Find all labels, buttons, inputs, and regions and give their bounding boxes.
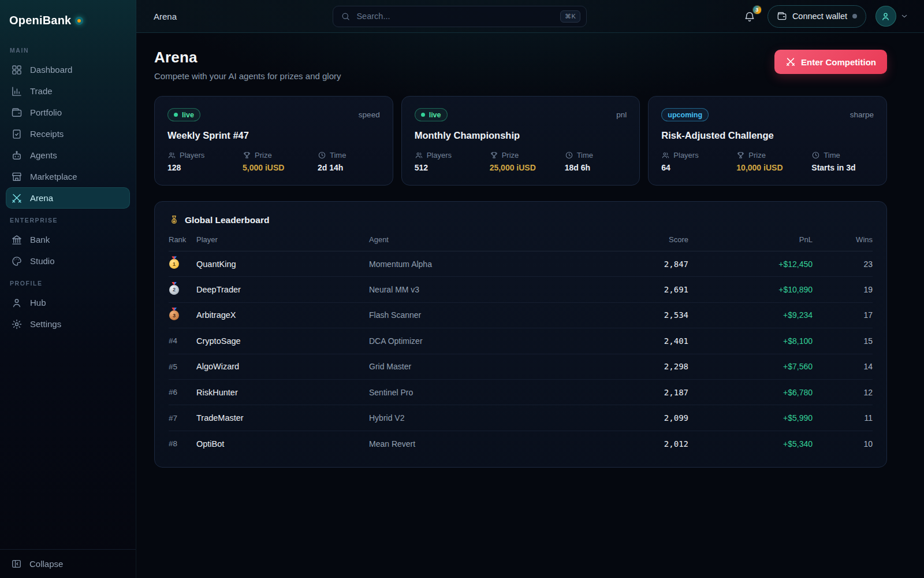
connect-wallet-button[interactable]: Connect wallet	[767, 5, 866, 28]
search-input[interactable]	[356, 12, 554, 21]
status-badge: upcoming	[661, 108, 709, 121]
players-stat: Players 128	[167, 151, 243, 172]
player-cell: RiskHunter	[196, 388, 369, 397]
pnl-cell: +$9,234	[688, 310, 813, 320]
studio-icon	[11, 255, 23, 267]
pnl-cell: +$12,450	[688, 260, 813, 269]
competition-title: Monthly Championship	[415, 130, 627, 141]
rank-cell: 3	[169, 310, 196, 321]
search-shortcut-chip: ⌘K	[560, 10, 580, 23]
player-cell: ArbitrageX	[196, 310, 369, 320]
time-stat: Time Starts in 3d	[811, 151, 855, 172]
sidebar-item-dashboard[interactable]: Dashboard	[6, 59, 130, 80]
competition-card[interactable]: live pnl Monthly Championship Players 51…	[401, 96, 640, 186]
score-cell: 2,298	[596, 362, 688, 371]
sidebar-item-studio[interactable]: Studio	[6, 250, 130, 272]
competition-cards: live speed Weekly Sprint #47 Players 128…	[154, 96, 887, 186]
rank-cell: 1	[169, 259, 196, 269]
agent-cell: Flash Scanner	[369, 310, 596, 320]
players-label: Players	[427, 151, 452, 160]
marketplace-icon	[11, 171, 23, 183]
bronze-medal-icon: 3	[169, 310, 179, 320]
dashboard-icon	[11, 64, 23, 76]
sidebar-item-label: Bank	[30, 235, 50, 244]
main-content: Arena Compete with your AI agents for pr…	[136, 33, 924, 468]
pnl-cell: +$5,340	[688, 439, 813, 449]
prize-value: 25,000 iUSD	[490, 163, 565, 172]
breadcrumb: Arena	[154, 12, 177, 21]
portfolio-icon	[11, 107, 23, 118]
metric-label: speed	[359, 110, 380, 119]
time-value: 2d 14h	[318, 163, 346, 172]
agent-cell: Sentinel Pro	[369, 388, 596, 397]
leaderboard-row[interactable]: #8 OptiBot Mean Revert 2,012 +$5,340 10	[169, 431, 873, 457]
bank-icon	[11, 234, 23, 246]
sidebar-item-portfolio[interactable]: Portfolio	[6, 102, 130, 123]
leaderboard-row[interactable]: 1 QuantKing Momentum Alpha 2,847 +$12,45…	[169, 251, 873, 277]
sidebar: OpeniBank MAIN Dashboard Trade Portfolio…	[0, 0, 136, 578]
agent-cell: Mean Revert	[369, 439, 596, 449]
score-cell: 2,401	[596, 336, 688, 346]
prize-stat: Prize 25,000 iUSD	[490, 151, 565, 172]
competition-card[interactable]: live speed Weekly Sprint #47 Players 128…	[154, 96, 393, 186]
leaderboard-row[interactable]: #7 TradeMaster Hybrid V2 2,099 +$5,990 1…	[169, 405, 873, 431]
pnl-cell: +$8,100	[688, 336, 813, 346]
score-cell: 2,012	[596, 439, 688, 449]
leaderboard-row[interactable]: #4 CryptoSage DCA Optimizer 2,401 +$8,10…	[169, 328, 873, 354]
agents-icon	[11, 150, 23, 161]
rank-cell: #6	[169, 388, 196, 397]
profile-menu-button[interactable]	[875, 6, 909, 27]
prize-value: 10,000 iUSD	[736, 163, 811, 172]
trade-icon	[11, 86, 23, 97]
players-value: 64	[661, 163, 736, 172]
sidebar-item-marketplace[interactable]: Marketplace	[6, 166, 130, 187]
pnl-cell: +$7,560	[688, 362, 813, 371]
sidebar-item-agents[interactable]: Agents	[6, 144, 130, 166]
sidebar-item-settings[interactable]: Settings	[6, 313, 130, 335]
sidebar-section-label: PROFILE	[0, 272, 136, 292]
metric-label: pnl	[616, 110, 627, 119]
enter-competition-button[interactable]: Enter Competition	[774, 50, 887, 74]
notifications-button[interactable]: 3	[743, 9, 758, 24]
leaderboard-row[interactable]: 2 DeepTrader Neural MM v3 2,691 +$10,890…	[169, 277, 873, 302]
search-box[interactable]: ⌘K	[333, 6, 587, 27]
collapse-label: Collapse	[29, 559, 63, 569]
sidebar-item-label: Arena	[30, 193, 53, 203]
sidebar-item-label: Agents	[30, 150, 57, 160]
page-title: Arena	[154, 49, 341, 66]
leaderboard-panel: Global Leaderboard Rank Player Agent Sco…	[154, 201, 887, 468]
connect-wallet-label: Connect wallet	[792, 12, 847, 21]
time-value: Starts in 3d	[811, 163, 855, 172]
time-label: Time	[824, 151, 840, 160]
leaderboard-row[interactable]: 3 ArbitrageX Flash Scanner 2,534 +$9,234…	[169, 303, 873, 328]
sidebar-item-receipts[interactable]: Receipts	[6, 123, 130, 144]
wins-cell: 17	[813, 310, 873, 320]
players-label: Players	[673, 151, 698, 160]
sidebar-item-hub[interactable]: Hub	[6, 292, 130, 313]
competition-card[interactable]: upcoming sharpe Risk-Adjusted Challenge …	[648, 96, 887, 186]
sidebar-item-bank[interactable]: Bank	[6, 229, 130, 250]
players-label: Players	[180, 151, 204, 160]
leaderboard-row[interactable]: #6 RiskHunter Sentinel Pro 2,187 +$6,780…	[169, 380, 873, 405]
sidebar-item-label: Marketplace	[30, 172, 77, 181]
col-wins: Wins	[813, 235, 873, 244]
wallet-status-dot	[852, 14, 857, 18]
rank-cell: #4	[169, 336, 196, 345]
rank-cell: 2	[169, 284, 196, 295]
gold-medal-icon: 1	[169, 259, 179, 269]
score-cell: 2,099	[596, 413, 688, 423]
player-cell: OptiBot	[196, 439, 369, 449]
time-value: 18d 6h	[565, 163, 593, 172]
agent-cell: Neural MM v3	[369, 285, 596, 294]
sidebar-item-trade[interactable]: Trade	[6, 80, 130, 102]
collapse-icon	[11, 558, 22, 569]
prize-label: Prize	[748, 151, 766, 160]
pnl-cell: +$6,780	[688, 388, 813, 397]
wins-cell: 11	[813, 413, 873, 423]
sidebar-collapse-button[interactable]: Collapse	[0, 549, 136, 578]
trophy-icon	[243, 151, 251, 160]
sidebar-item-arena[interactable]: Arena	[6, 187, 130, 209]
wins-cell: 19	[813, 285, 873, 294]
score-cell: 2,691	[596, 285, 688, 294]
leaderboard-row[interactable]: #5 AlgoWizard Grid Master 2,298 +$7,560 …	[169, 354, 873, 380]
